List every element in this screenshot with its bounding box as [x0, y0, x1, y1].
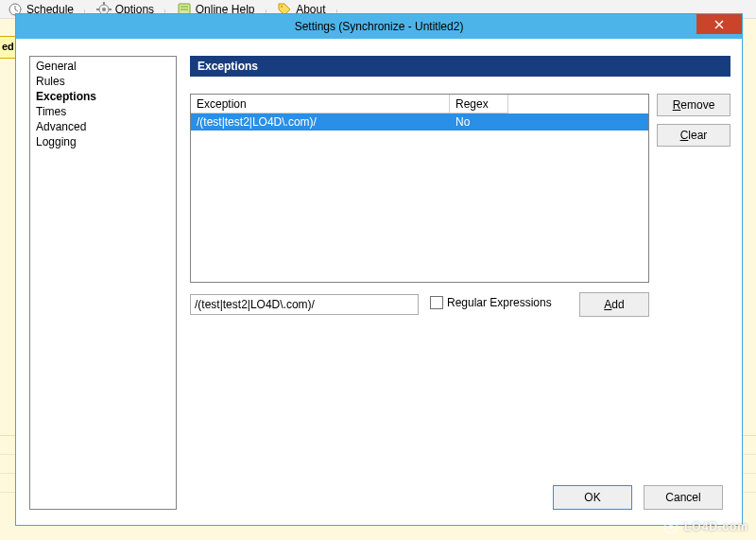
column-header-regex[interactable]: Regex — [450, 95, 508, 113]
column-header-exception[interactable]: Exception — [191, 95, 450, 113]
button-label-rest: lear — [688, 129, 707, 142]
nav-item-logging[interactable]: Logging — [34, 134, 172, 149]
dialog-title: Settings (Synchronize - Untitled2) — [16, 20, 742, 33]
settings-dialog: Settings (Synchronize - Untitled2) Gener… — [15, 13, 743, 526]
nav-item-general[interactable]: General — [34, 59, 172, 74]
dialog-body: General Rules Exceptions Times Advanced … — [16, 39, 742, 525]
dialog-close-button[interactable] — [696, 14, 742, 34]
nav-item-exceptions[interactable]: Exceptions — [34, 89, 172, 104]
gear-icon — [662, 517, 680, 536]
list-row[interactable]: /(test|test2|LO4D\.com)/ No — [191, 113, 648, 131]
clear-button[interactable]: Clear — [657, 124, 730, 147]
cell-exception: /(test|test2|LO4D\.com)/ — [191, 115, 450, 129]
dialog-titlebar[interactable]: Settings (Synchronize - Untitled2) — [16, 14, 742, 39]
svg-point-10 — [281, 6, 283, 8]
close-icon — [714, 20, 724, 29]
settings-nav-list: General Rules Exceptions Times Advanced … — [29, 56, 177, 510]
cancel-button[interactable]: Cancel — [644, 485, 723, 510]
cell-regex: No — [450, 115, 508, 129]
section-header: Exceptions — [190, 56, 730, 77]
list-header: Exception Regex — [191, 95, 648, 113]
ok-button[interactable]: OK — [553, 485, 632, 510]
svg-point-2 — [102, 8, 106, 11]
button-label-rest: dd — [611, 298, 624, 311]
remove-button[interactable]: Remove — [657, 94, 730, 116]
checkbox-box-icon[interactable] — [430, 296, 443, 309]
regex-checkbox[interactable]: Regular Expressions — [430, 296, 552, 309]
watermark-text: LO4D.com — [684, 520, 748, 533]
svg-point-14 — [668, 525, 673, 530]
checkbox-label: Regular Expressions — [447, 296, 552, 309]
nav-item-times[interactable]: Times — [34, 104, 172, 119]
nav-item-advanced[interactable]: Advanced — [34, 119, 172, 134]
exceptions-list[interactable]: Exception Regex /(test|test2|LO4D\.com)/… — [190, 94, 649, 283]
button-label-rest: emove — [680, 98, 714, 112]
add-button[interactable]: Add — [579, 292, 649, 317]
watermark: LO4D.com — [662, 517, 748, 536]
exception-input[interactable] — [190, 294, 419, 315]
nav-item-rules[interactable]: Rules — [34, 74, 172, 89]
